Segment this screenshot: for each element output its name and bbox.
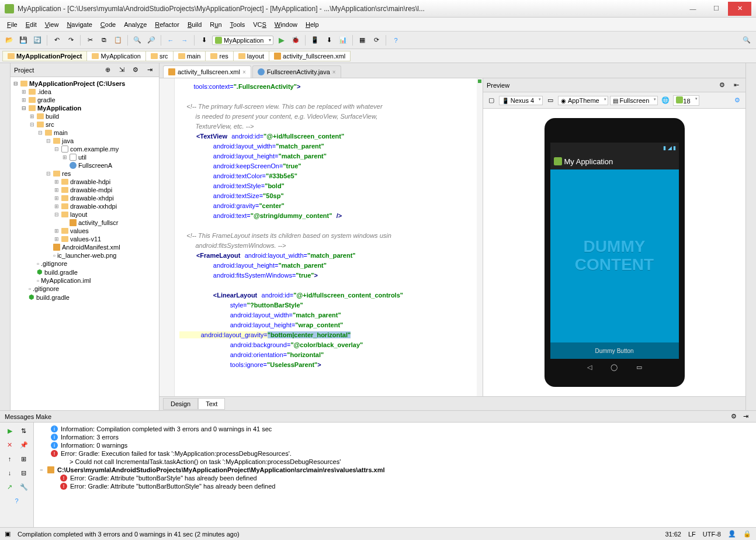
cut-icon[interactable]: ✂ [84,34,96,46]
forward-icon[interactable]: → [179,34,190,46]
tree-item[interactable]: ⬢build.gradle [11,293,159,302]
toolwindow-icon[interactable]: ▣ [5,530,11,538]
crumb-0[interactable]: MyApplicationProject [2,51,87,61]
tab-design[interactable]: Design [163,398,198,410]
crumb-3[interactable]: main [173,51,206,61]
structure-icon[interactable]: ▦ [356,34,368,46]
avd-icon[interactable]: 📱 [309,34,321,46]
config-combo[interactable]: ▤ Fullscreen [610,96,658,105]
up-icon[interactable]: ↑ [4,453,16,465]
tree-item[interactable]: ⊟main [11,129,159,137]
tree-item[interactable]: ⊟java [11,137,159,145]
api-combo[interactable]: 18 [673,95,699,106]
encoding[interactable]: UTF-8 [703,531,721,538]
tree-item[interactable]: ⊞drawable-xhdpi [11,194,159,202]
settings-icon[interactable]: 🔧 [18,481,30,493]
menu-build[interactable]: Build [184,20,205,29]
replace-icon[interactable]: 🔎 [145,34,157,46]
tree-item[interactable]: ⊞drawable-mdpi [11,186,159,194]
debug-icon[interactable]: 🐞 [290,34,301,46]
tree-item[interactable]: ⊞values-v11 [11,235,159,243]
menu-navigate[interactable]: Navigate [63,20,95,29]
crumb-5[interactable]: layout [233,51,269,61]
crumb-4[interactable]: res [205,51,233,61]
locale-icon[interactable]: 🌐 [660,95,671,106]
theme-combo[interactable]: ◉ AppTheme [558,96,608,105]
open-icon[interactable]: 📂 [4,34,15,46]
tree-item[interactable]: activity_fullscr [11,219,159,227]
down-icon[interactable]: ↓ [4,467,16,479]
sync2-icon[interactable]: ⟳ [370,34,382,46]
menu-help[interactable]: Help [302,20,322,29]
rerun-icon[interactable]: ▶ [4,425,16,437]
hide-icon[interactable]: ⇥ [144,64,155,76]
maximize-button[interactable]: ☐ [705,2,728,16]
close-icon[interactable]: × [332,69,336,75]
run-icon[interactable]: ▶ [276,34,287,46]
menu-file[interactable]: File [4,20,21,29]
tree-item[interactable]: ⊟MyApplication [11,104,159,112]
crumb-6[interactable]: activity_fullscreen.xml [269,51,351,61]
monitor-icon[interactable]: 📊 [337,34,349,46]
menu-refactor[interactable]: Refactor [151,20,183,29]
collapse-icon[interactable]: ⇲ [116,64,127,76]
save-icon[interactable]: 💾 [18,34,29,46]
tree-item[interactable]: ⊟layout [11,210,159,219]
tree-item[interactable]: ⊞util [11,153,159,161]
menu-window[interactable]: Window [271,20,301,29]
error-file-link[interactable]: C:\Users\myumla\AndroidStudioProjects\My… [57,466,385,473]
pin-icon[interactable]: 📌 [18,439,30,451]
minimize-button[interactable]: — [681,2,705,16]
inspection-icon[interactable]: 👤 [728,530,736,538]
crumb-1[interactable]: MyApplication [86,51,145,61]
gear-icon[interactable]: ⚙ [130,64,141,76]
tree-item[interactable]: ⊞gradle [11,96,159,104]
tab-fullscreen-activity[interactable]: FullscreenActivity.java× [252,65,341,78]
tree-item[interactable]: ▫.gitignore [11,285,159,293]
menu-analyze[interactable]: Analyze [120,20,150,29]
device-combo[interactable]: 📱 Nexus 4 [499,96,543,105]
back-icon[interactable]: ← [165,34,176,46]
gear-icon[interactable]: ⚙ [728,411,740,423]
hide-icon[interactable]: ⇤ [730,79,742,91]
tree-item[interactable]: ⊟MyApplicationProject (C:\Users [11,79,159,88]
tree-item[interactable]: ⊞values [11,227,159,235]
tree-item[interactable]: ⊟src [11,120,159,129]
help-icon[interactable]: ? [390,34,401,46]
tree-item[interactable]: ⊟com.example.my [11,145,159,153]
run-config-combo[interactable]: MyApplication [212,36,273,45]
filter-icon[interactable]: ⇅ [18,425,30,437]
export-icon[interactable]: ↗ [4,481,16,493]
menu-view[interactable]: View [41,20,63,29]
close-icon[interactable]: × [242,69,246,75]
undo-icon[interactable]: ↶ [51,34,63,46]
code-editor[interactable]: tools:context=".FullscreenActivity"> <!-… [159,78,483,396]
sync-icon[interactable]: 🔄 [32,34,43,46]
menu-tools[interactable]: Tools [227,20,249,29]
redo-icon[interactable]: ↷ [65,34,77,46]
copy-icon[interactable]: ⧉ [98,34,110,46]
tree-item[interactable]: ⊞.idea [11,88,159,96]
menu-run[interactable]: Run [206,20,225,29]
lock-icon[interactable]: 🔒 [743,530,751,538]
refresh-icon[interactable]: ⚙ [731,95,743,106]
menu-vcs[interactable]: VCS [249,20,270,29]
scroll-target-icon[interactable]: ⊕ [102,64,113,76]
make-icon[interactable]: ⬇ [198,34,210,46]
line-separator[interactable]: LF [688,531,696,538]
search-icon[interactable]: 🔍 [741,34,752,46]
tree-item[interactable]: ⬢build.gradle [11,268,159,276]
find-icon[interactable]: 🔍 [131,34,143,46]
tree-item[interactable]: AndroidManifest.xml [11,243,159,251]
tab-activity-fullscreen[interactable]: activity_fullscreen.xml× [163,65,251,78]
collapse-icon[interactable]: ⊟ [18,467,30,479]
menu-code[interactable]: Code [97,20,119,29]
sdk-icon[interactable]: ⬇ [323,34,335,46]
close-button[interactable]: ✕ [728,2,751,16]
tree-item[interactable]: ⊞build [11,112,159,120]
tree-item[interactable]: ⊞drawable-hdpi [11,178,159,186]
paste-icon[interactable]: 📋 [112,34,124,46]
tree-item[interactable]: ⊞drawable-xxhdpi [11,202,159,210]
tree-item[interactable]: ⊟res [11,169,159,178]
expand-icon[interactable]: ⊞ [18,453,30,465]
